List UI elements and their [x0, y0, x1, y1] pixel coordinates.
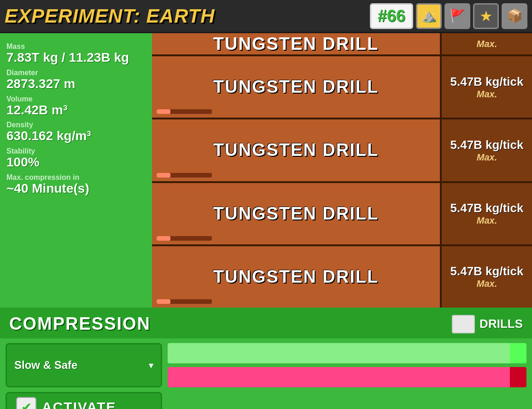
progress-bar-pink [168, 367, 526, 387]
drill-main-3[interactable]: TUNGSTEN DRILL [152, 246, 440, 308]
volume-label: Volume [6, 95, 146, 103]
drill-progress-3 [157, 299, 212, 304]
table-row: TUNGSTEN DRILL 5.47B kg/tick Max. [152, 119, 532, 183]
activate-row: ✔ ACTIVATE [0, 392, 532, 409]
drill-progress-fill-3 [157, 299, 170, 304]
drill-name-1: TUNGSTEN DRILL [213, 140, 379, 160]
bar-red-end [510, 367, 526, 387]
experiment-number: #66 [370, 3, 413, 29]
box-icon[interactable]: 📦 [502, 3, 527, 29]
volume-value: 12.42B m³ [6, 103, 146, 118]
progress-bars [168, 343, 526, 387]
drill-row-partial: TUNGSTEN DRILL Max. [152, 33, 532, 56]
diameter-value: 2873.327 m [6, 77, 146, 91]
table-row: TUNGSTEN DRILL 5.47B kg/tick Max. [152, 246, 532, 308]
mode-dropdown[interactable]: Slow & Safe ▾ [6, 343, 162, 387]
stability-label: Stability [6, 147, 146, 155]
drills-panel: TUNGSTEN DRILL Max. TUNGSTEN DRILL 5.47B… [152, 33, 532, 308]
drill-main-1[interactable]: TUNGSTEN DRILL [152, 119, 440, 181]
table-row: TUNGSTEN DRILL 5.47B kg/tick Max. [152, 183, 532, 246]
star-icon[interactable]: ★ [473, 3, 499, 29]
title-prefix: EXPERIMENT: [5, 5, 146, 27]
bottom-section: COMPRESSION DRILLS Slow & Safe ▾ ✔ ACTIV… [0, 308, 532, 409]
bottom-controls: Slow & Safe ▾ [0, 338, 532, 392]
progress-bar-green [168, 343, 526, 363]
activate-label: ACTIVATE [42, 399, 117, 409]
diameter-label: Diameter [6, 69, 146, 77]
compression-title: COMPRESSION [9, 314, 151, 334]
drill-progress-fill-0 [157, 109, 170, 114]
bar-green-fill [168, 343, 510, 363]
drill-right-1: 5.47B kg/tick Max. [440, 119, 532, 181]
pyramid-icon[interactable]: ⛰️ [416, 3, 442, 29]
mode-dropdown-text: Slow & Safe [14, 359, 149, 372]
drill-max-0: Max. [477, 89, 497, 100]
drills-indicator: DRILLS [452, 315, 523, 333]
drill-progress-fill-2 [157, 236, 170, 241]
drill-rate-0: 5.47B kg/tick [450, 75, 524, 89]
stats-panel: Mass 7.83T kg / 11.23B kg Diameter 2873.… [0, 33, 152, 308]
drill-name-0: TUNGSTEN DRILL [213, 77, 379, 97]
drill-main-0[interactable]: TUNGSTEN DRILL [152, 56, 440, 118]
drill-progress-fill-1 [157, 173, 170, 178]
title-highlight: EARTH [146, 5, 215, 27]
compression-header: COMPRESSION DRILLS [0, 309, 532, 338]
drill-right-2: 5.47B kg/tick Max. [440, 183, 532, 244]
drill-top-right: Max. [440, 33, 532, 54]
drill-max-2: Max. [477, 215, 497, 226]
table-row: TUNGSTEN DRILL 5.47B kg/tick Max. [152, 56, 532, 119]
drill-rate-3: 5.47B kg/tick [450, 264, 524, 279]
header: EXPERIMENT: EARTH #66 ⛰️ 🚩 ★ 📦 [0, 0, 532, 33]
compression-label: Max. compression in [6, 173, 146, 182]
drill-progress-1 [157, 173, 212, 178]
drill-max-1: Max. [477, 152, 497, 163]
stability-value: 100% [6, 155, 146, 170]
drill-name-3: TUNGSTEN DRILL [213, 267, 379, 287]
chevron-down-icon: ▾ [149, 360, 153, 371]
drill-name-2: TUNGSTEN DRILL [213, 204, 379, 224]
drills-label: DRILLS [479, 317, 523, 331]
flag-icon[interactable]: 🚩 [444, 3, 470, 29]
drill-top-name: TUNGSTEN DRILL [213, 34, 379, 54]
drill-rate-2: 5.47B kg/tick [450, 201, 524, 215]
drills-color-swatch [452, 315, 475, 333]
drill-max-3: Max. [477, 279, 497, 289]
compression-value: ~40 Minute(s) [6, 182, 146, 196]
activate-button[interactable]: ✔ ACTIVATE [6, 392, 162, 409]
bar-green-end [510, 343, 526, 363]
drill-top-main: TUNGSTEN DRILL [152, 33, 440, 54]
drill-top-max: Max. [477, 39, 497, 49]
header-actions: #66 ⛰️ 🚩 ★ 📦 [370, 3, 527, 29]
drill-progress-0 [157, 109, 212, 114]
drill-progress-2 [157, 236, 212, 241]
drill-right-3: 5.47B kg/tick Max. [440, 246, 532, 308]
drill-right-0: 5.47B kg/tick Max. [440, 56, 532, 118]
mass-value: 7.83T kg / 11.23B kg [6, 51, 146, 65]
main-content: Mass 7.83T kg / 11.23B kg Diameter 2873.… [0, 33, 532, 308]
drill-main-2[interactable]: TUNGSTEN DRILL [152, 183, 440, 244]
density-label: Density [6, 121, 146, 129]
drill-rate-1: 5.47B kg/tick [450, 138, 524, 152]
density-value: 630.162 kg/m³ [6, 129, 146, 143]
mass-label: Mass [6, 42, 146, 51]
page-title: EXPERIMENT: EARTH [5, 5, 215, 27]
bar-pink-fill [168, 367, 510, 387]
checkmark-icon: ✔ [16, 397, 36, 409]
